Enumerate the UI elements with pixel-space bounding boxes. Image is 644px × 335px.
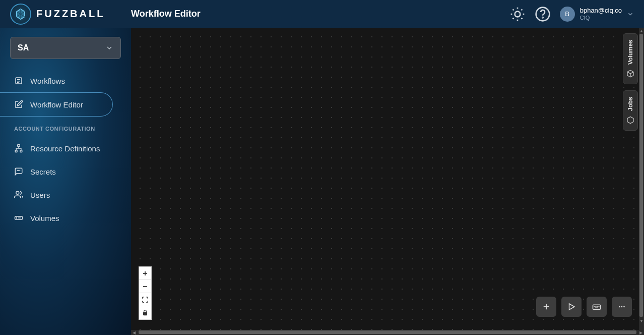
help-icon (535, 6, 551, 22)
sidebar-item-label: Workflows (30, 77, 65, 85)
keyboard-icon (592, 302, 601, 311)
svg-point-11 (17, 170, 18, 171)
sidebar-item-secrets[interactable]: Secrets (0, 160, 131, 183)
fit-screen-button[interactable] (139, 293, 151, 306)
user-email: bphan@ciq.co (580, 7, 622, 15)
svg-marker-24 (569, 304, 575, 310)
svg-rect-21 (144, 312, 147, 315)
run-button[interactable] (561, 297, 582, 317)
cube-icon (626, 70, 634, 78)
canvas-area: ▲ ▼ ◀ ▶ (131, 28, 644, 335)
scroll-up-arrow[interactable]: ▲ (639, 28, 644, 34)
scroll-left-arrow[interactable]: ◀ (131, 330, 137, 335)
svg-point-16 (16, 217, 17, 218)
svg-marker-35 (627, 117, 633, 123)
svg-point-13 (20, 170, 20, 171)
app-header: FUZZBALL Workflow Editor B bphan@ciq.co … (0, 0, 644, 28)
theme-toggle-button[interactable] (509, 6, 526, 22)
svg-point-1 (514, 11, 520, 17)
lock-button[interactable] (139, 306, 151, 319)
header-actions: B bphan@ciq.co CIQ (509, 6, 634, 22)
sidebar-item-label: Users (30, 191, 50, 199)
org-selected-label: SA (18, 43, 29, 52)
side-tab-label: Volumes (627, 40, 634, 65)
side-tab-label: Jobs (627, 97, 634, 111)
zoom-controls (139, 266, 152, 320)
list-icon (14, 76, 23, 85)
app-name: FUZZBALL (36, 8, 105, 20)
sun-icon (509, 6, 526, 22)
sidebar-item-label: Secrets (30, 167, 56, 176)
svg-point-33 (623, 306, 625, 308)
scroll-down-arrow[interactable]: ▼ (639, 318, 644, 324)
sidebar-item-workflow-editor[interactable]: Workflow Editor (0, 92, 113, 117)
svg-point-14 (16, 191, 19, 194)
sidebar-item-label: Workflow Editor (30, 100, 83, 109)
help-button[interactable] (535, 6, 551, 22)
logo-area: FUZZBALL (10, 4, 131, 25)
main-layout: SA Workflows Workflow Editor ACCOUNT CON… (0, 28, 644, 335)
add-node-button[interactable] (536, 297, 556, 317)
svg-rect-9 (15, 150, 17, 152)
sidebar-item-resource-definitions[interactable]: Resource Definitions (0, 137, 131, 160)
minus-icon (142, 283, 149, 290)
workflow-canvas[interactable] (131, 28, 644, 335)
drive-icon (14, 213, 23, 222)
sidebar-item-label: Volumes (30, 214, 59, 222)
svg-point-29 (599, 306, 599, 307)
horizontal-scroll-thumb[interactable] (139, 330, 636, 334)
svg-point-28 (597, 306, 598, 307)
svg-rect-25 (593, 305, 601, 309)
users-icon (14, 190, 23, 199)
user-info: bphan@ciq.co CIQ (580, 7, 622, 21)
sitemap-icon (14, 144, 23, 153)
svg-rect-10 (20, 150, 22, 152)
sidebar-item-workflows[interactable]: Workflows (0, 69, 131, 92)
more-horizontal-icon (617, 302, 626, 311)
vertical-scrollbar[interactable]: ▲ ▼ (639, 28, 644, 330)
chevron-down-icon (627, 11, 634, 18)
scroll-right-arrow[interactable]: ▶ (638, 330, 644, 335)
plus-icon (542, 302, 551, 311)
svg-point-32 (621, 306, 623, 308)
right-side-tabs: Volumes Jobs (623, 33, 638, 131)
lock-icon (142, 309, 149, 316)
sidebar-section-header: ACCOUNT CONFIGURATION (0, 117, 131, 137)
org-selector[interactable]: SA (10, 37, 121, 59)
action-bar (536, 297, 632, 317)
maximize-icon (142, 296, 149, 303)
svg-point-27 (596, 306, 596, 307)
play-icon (567, 302, 576, 311)
sidebar: SA Workflows Workflow Editor ACCOUNT CON… (0, 28, 131, 335)
svg-point-3 (542, 17, 543, 18)
edit-icon (14, 100, 23, 109)
chevron-down-icon (105, 44, 113, 52)
avatar: B (560, 7, 575, 22)
svg-rect-8 (18, 145, 20, 147)
logo-icon (10, 4, 31, 25)
svg-point-31 (619, 306, 620, 308)
sidebar-item-volumes[interactable]: Volumes (0, 206, 131, 230)
svg-point-12 (19, 170, 19, 171)
horizontal-scrollbar[interactable]: ◀ ▶ (131, 330, 644, 335)
side-tab-volumes[interactable]: Volumes (623, 33, 638, 84)
vertical-scroll-thumb[interactable] (639, 34, 643, 317)
zoom-in-button[interactable] (139, 267, 151, 280)
message-lock-icon (14, 167, 23, 176)
hexagon-icon (626, 116, 634, 124)
sidebar-item-label: Resource Definitions (30, 144, 100, 153)
user-menu[interactable]: B bphan@ciq.co CIQ (560, 7, 634, 22)
side-tab-jobs[interactable]: Jobs (623, 90, 638, 131)
user-org: CIQ (580, 15, 622, 21)
zoom-out-button[interactable] (139, 280, 151, 293)
more-button[interactable] (612, 297, 632, 317)
page-title: Workflow Editor (131, 9, 201, 19)
sidebar-item-users[interactable]: Users (0, 183, 131, 206)
svg-point-26 (594, 306, 595, 307)
plus-icon (142, 270, 149, 277)
keyboard-button[interactable] (587, 297, 607, 317)
